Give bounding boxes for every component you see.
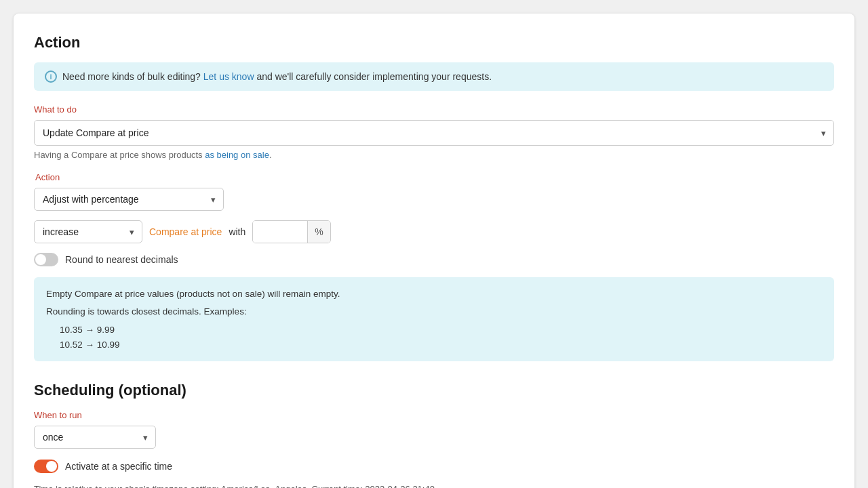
info-box-line2: Rounding is towards closest decimals. Ex… — [46, 304, 822, 319]
main-card: Action i Need more kinds of bulk editing… — [14, 14, 854, 488]
action-info-box: Empty Compare at price values (products … — [34, 277, 834, 361]
action-increase-row: increase decrease ▾ Compare at price wit… — [34, 220, 834, 243]
helper-text: Having a Compare at price shows products… — [34, 150, 834, 160]
specific-time-toggle-row: Activate at a specific time — [34, 460, 834, 473]
what-to-do-label: What to do — [34, 104, 834, 115]
timezone-text: Time is relative to your shop's timezone… — [34, 484, 834, 488]
example-2: 10.52 → 10.99 — [60, 338, 822, 352]
info-box-examples: 10.35 → 9.99 10.52 → 10.99 — [46, 323, 822, 352]
increase-wrapper: increase decrease ▾ — [34, 220, 142, 243]
action-type-select[interactable]: Adjust with percentage Set to fixed valu… — [34, 188, 224, 211]
when-to-run-select[interactable]: once daily weekly monthly — [34, 426, 156, 449]
action-title: Action — [34, 34, 834, 52]
specific-time-toggle[interactable] — [34, 460, 58, 473]
when-to-run-wrapper: once daily weekly monthly ▾ — [34, 426, 156, 449]
percent-input[interactable] — [253, 221, 307, 243]
specific-time-section: Activate at a specific time Time is rela… — [34, 460, 834, 488]
round-toggle[interactable] — [34, 253, 58, 266]
scheduling-title: Scheduling (optional) — [34, 382, 834, 399]
what-to-do-select[interactable]: Update Compare at price Update Price Upd… — [34, 120, 834, 146]
info-icon: i — [45, 70, 57, 83]
as-being-on-sale-link[interactable]: as being on sale — [205, 150, 269, 160]
percent-input-wrapper: % — [252, 220, 330, 243]
example-1: 10.35 → 9.99 — [60, 323, 822, 338]
action-adjust-row: Adjust with percentage Set to fixed valu… — [34, 188, 834, 211]
let-us-know-link[interactable]: Let us know — [203, 71, 254, 82]
increase-select[interactable]: increase decrease — [34, 220, 142, 243]
action-sub-section: Action Adjust with percentage Set to fix… — [34, 172, 834, 361]
when-to-run-label: When to run — [34, 410, 834, 420]
action-section: Action i Need more kinds of bulk editing… — [34, 34, 834, 361]
specific-time-label: Activate at a specific time — [65, 461, 172, 472]
scheduling-section: Scheduling (optional) When to run once d… — [34, 382, 834, 488]
info-banner-text: Need more kinds of bulk editing? Let us … — [62, 71, 492, 82]
percent-symbol: % — [307, 221, 330, 243]
action-sub-label: Action — [35, 172, 834, 182]
info-banner: i Need more kinds of bulk editing? Let u… — [34, 62, 834, 91]
action-adjust-wrapper: Adjust with percentage Set to fixed valu… — [34, 188, 224, 211]
with-text: with — [229, 226, 245, 237]
round-toggle-row: Round to nearest decimals — [34, 253, 834, 266]
what-to-do-wrapper: Update Compare at price Update Price Upd… — [34, 120, 834, 146]
compare-at-price-text: Compare at price — [149, 226, 222, 237]
round-label: Round to nearest decimals — [65, 254, 178, 265]
info-box-line1: Empty Compare at price values (products … — [46, 287, 822, 302]
